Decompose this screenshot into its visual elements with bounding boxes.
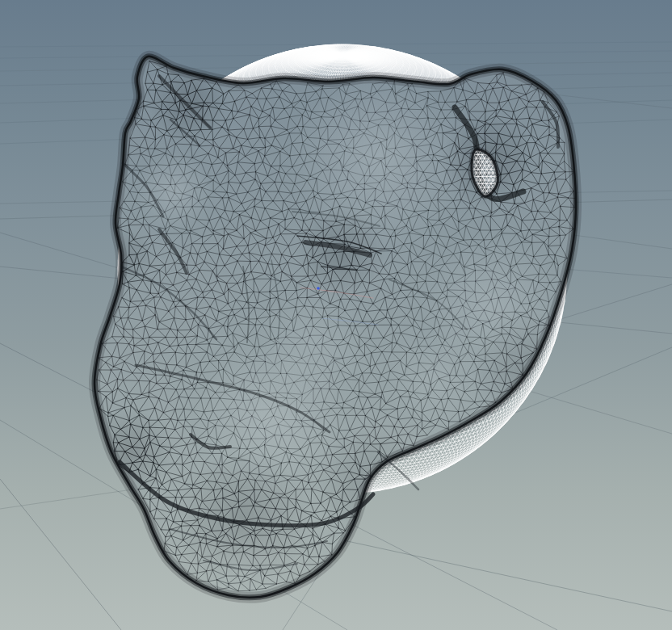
- 3d-viewport-window: [0, 0, 672, 630]
- viewport-canvas[interactable]: [0, 0, 672, 630]
